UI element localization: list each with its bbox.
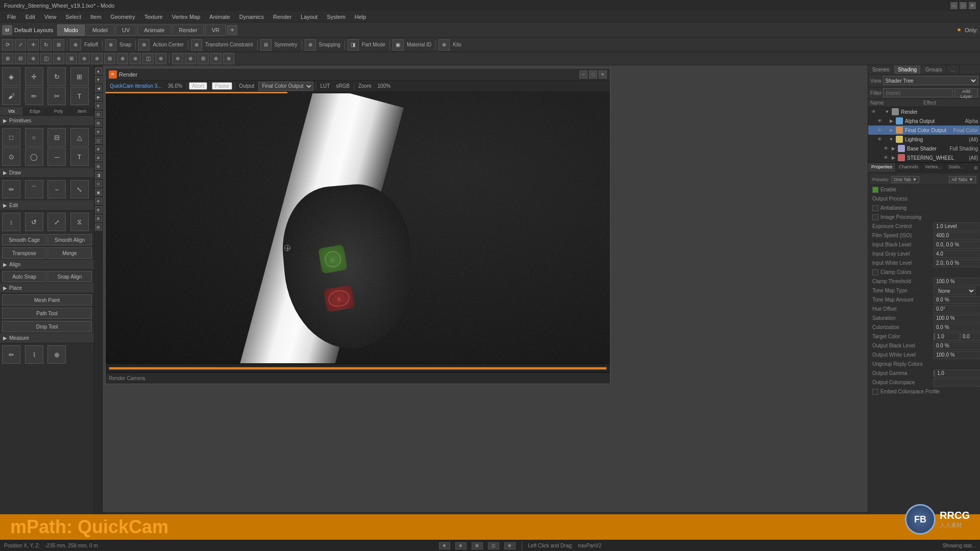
- props-tab-properties[interactable]: Properties: [868, 163, 896, 172]
- tab-add-button[interactable]: +: [227, 25, 237, 35]
- vert-btn-6[interactable]: ⊟: [95, 111, 102, 118]
- render-maximize[interactable]: □: [589, 70, 597, 79]
- status-btn-3[interactable]: ⊞: [472, 542, 483, 549]
- shader-base-shader[interactable]: 👁 ▶ Base Shader Full Shading: [868, 144, 980, 153]
- tb2-right-3[interactable]: ⊞: [198, 53, 209, 64]
- merge-btn[interactable]: Merge: [47, 247, 92, 259]
- measure-tape[interactable]: ⌇: [25, 345, 43, 364]
- vert-btn-4[interactable]: ▶: [95, 93, 102, 101]
- tb2-right-2[interactable]: ⊗: [185, 53, 196, 64]
- vert-btn-9[interactable]: ◫: [95, 137, 102, 144]
- auto-snap-btn[interactable]: Auto Snap: [2, 271, 46, 282]
- tab-model[interactable]: Model: [86, 24, 114, 36]
- draw-bezier[interactable]: ⌒: [25, 180, 43, 198]
- props-tab-vertex[interactable]: Vertex...: [922, 163, 945, 172]
- tb2-13[interactable]: ⊕: [155, 53, 166, 64]
- edit-rotate[interactable]: ↺: [25, 213, 43, 231]
- input-black-field[interactable]: [934, 241, 980, 249]
- output-white-field[interactable]: [934, 351, 980, 359]
- vert-btn-8[interactable]: ⊗: [95, 128, 102, 135]
- prim-sphere[interactable]: ○: [25, 128, 43, 146]
- image-processing-checkbox[interactable]: [872, 214, 878, 220]
- menu-file[interactable]: File: [3, 13, 20, 21]
- tb2-right-5[interactable]: ⊗: [223, 53, 234, 64]
- tb2-12[interactable]: ◫: [142, 53, 154, 64]
- tab-uv[interactable]: UV: [115, 24, 136, 36]
- prim-cube[interactable]: □: [2, 128, 20, 146]
- clamp-colors-checkbox[interactable]: [872, 269, 878, 276]
- colorization-field[interactable]: [934, 323, 980, 332]
- lighting-visibility[interactable]: 👁: [876, 136, 883, 142]
- vert-btn-18[interactable]: ⊗: [95, 215, 102, 222]
- lighting-expand[interactable]: ▼: [889, 137, 894, 142]
- window-controls[interactable]: ─ □ ✕: [950, 2, 976, 9]
- menu-help[interactable]: Help: [351, 13, 371, 21]
- vert-btn-12[interactable]: ⊞: [95, 163, 102, 170]
- baseshader-visibility[interactable]: 👁: [883, 145, 889, 152]
- status-btn-1[interactable]: ⊕: [439, 542, 450, 549]
- vert-btn-16[interactable]: ⊕: [95, 197, 102, 205]
- output-colorspace-field[interactable]: [934, 379, 980, 387]
- rp-tab-more[interactable]: ...: [947, 65, 960, 74]
- tb2-1[interactable]: ⊞: [2, 53, 13, 64]
- view-select[interactable]: Shader Tree: [883, 76, 978, 85]
- vert-btn-5[interactable]: ⊕: [95, 102, 102, 109]
- tb1-kits[interactable]: ⊕: [438, 39, 450, 51]
- path-tool-btn[interactable]: Path Tool: [2, 308, 92, 319]
- sw-visibility[interactable]: 👁: [883, 155, 889, 161]
- status-btn-2[interactable]: ⊗: [455, 542, 467, 549]
- shader-alpha-output[interactable]: 👁 ▶ Alpha Output Alpha: [868, 116, 980, 126]
- tab-polygon[interactable]: Poly: [47, 107, 70, 115]
- prim-cylinder[interactable]: ⊟: [47, 128, 66, 146]
- primitives-header[interactable]: ▶ Primitives: [0, 116, 94, 126]
- tool-brush[interactable]: ✏: [25, 87, 43, 105]
- vert-btn-19[interactable]: ⊞: [95, 223, 102, 231]
- edit-move[interactable]: ↕: [2, 213, 20, 231]
- finalcolor-visibility[interactable]: 👁: [876, 127, 883, 133]
- baseshader-expand[interactable]: ▶: [891, 146, 896, 151]
- vert-btn-1[interactable]: ▲: [95, 67, 102, 74]
- status-btn-4[interactable]: ◫: [488, 542, 499, 549]
- menu-select[interactable]: Select: [61, 13, 85, 21]
- menu-system[interactable]: System: [323, 13, 350, 21]
- tone-map-amount-field[interactable]: [934, 296, 980, 304]
- tb1-transform-constraint[interactable]: ⊗: [191, 39, 202, 51]
- rp-tab-groups[interactable]: Groups: [921, 65, 947, 74]
- tb1-rotate[interactable]: ↻: [40, 39, 52, 51]
- vert-btn-14[interactable]: ⊙: [95, 180, 102, 187]
- input-gray-field[interactable]: [934, 250, 980, 258]
- mesh-paint-btn[interactable]: Mesh Paint: [2, 294, 92, 306]
- tb1-falloff[interactable]: ⊕: [70, 39, 81, 51]
- tb2-9[interactable]: ⊞: [104, 53, 115, 64]
- render-close[interactable]: ✕: [599, 70, 607, 79]
- menu-vertex-map[interactable]: Vertex Map: [168, 13, 205, 21]
- vert-btn-2[interactable]: ▼: [95, 76, 102, 83]
- minimize-button[interactable]: ─: [950, 2, 958, 9]
- saturation-field[interactable]: [934, 314, 980, 322]
- add-layer-button[interactable]: Add Layer: [954, 88, 978, 97]
- render-abort-button[interactable]: Abort: [189, 82, 207, 90]
- sw-expand[interactable]: ▶: [891, 155, 896, 160]
- exposure-control-field[interactable]: [934, 222, 980, 231]
- alpha-expand[interactable]: ▶: [889, 118, 894, 123]
- menu-layout[interactable]: Layout: [297, 13, 322, 21]
- render-pause-button[interactable]: Pause: [212, 82, 232, 90]
- tb2-4[interactable]: ◫: [40, 53, 52, 64]
- tb1-symmetry[interactable]: ⊞: [260, 39, 272, 51]
- tab-render[interactable]: Render: [173, 24, 204, 36]
- menu-view[interactable]: View: [40, 13, 61, 21]
- draw-edge[interactable]: ⤡: [70, 180, 89, 198]
- tool-text[interactable]: T: [70, 87, 89, 105]
- menu-texture[interactable]: Texture: [140, 13, 167, 21]
- tool-select[interactable]: ◈: [2, 67, 20, 86]
- vert-btn-7[interactable]: ⊞: [95, 119, 102, 127]
- tb2-2[interactable]: ⊟: [15, 53, 26, 64]
- render-scroll-bar[interactable]: [109, 367, 607, 370]
- draw-sketch[interactable]: ~: [47, 180, 66, 198]
- props-expand-icon[interactable]: ⊞: [972, 163, 980, 172]
- tool-rotate[interactable]: ↻: [47, 67, 66, 86]
- target-color-a-field[interactable]: [960, 333, 980, 341]
- vert-btn-3[interactable]: ◀: [95, 85, 102, 92]
- hue-offset-field[interactable]: [934, 305, 980, 313]
- menu-edit[interactable]: Edit: [21, 13, 39, 21]
